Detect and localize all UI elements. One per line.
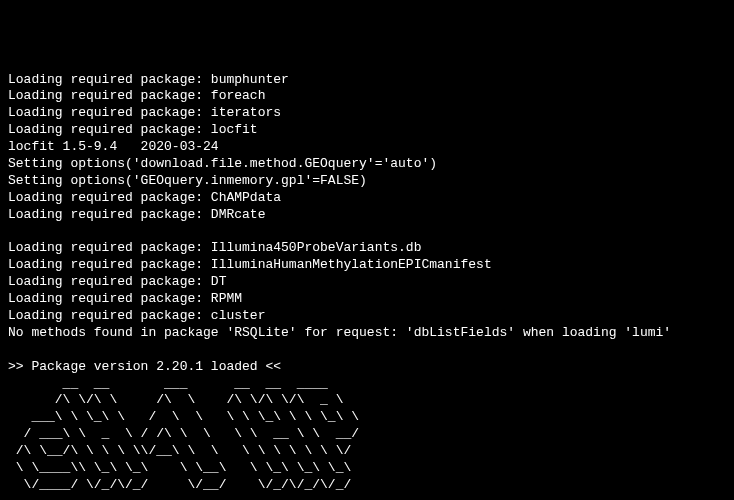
terminal-output: Loading required package: bumphunter Loa… — [8, 72, 726, 500]
